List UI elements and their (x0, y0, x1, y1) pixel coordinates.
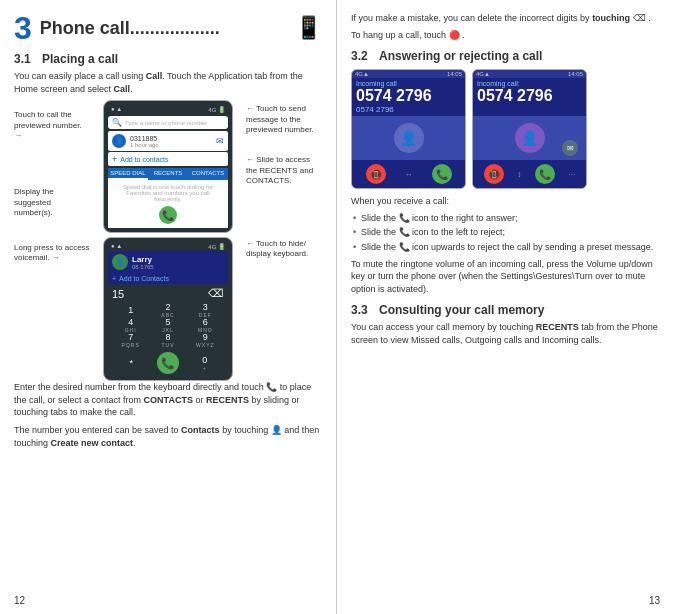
chapter-phone-icon: 📱 (295, 15, 322, 41)
section-3-3-text: You can access your call memory by touch… (351, 321, 660, 346)
right-annotations: ← Touch to send message to the previewed… (242, 100, 322, 381)
message-icon-inline: 📞 (399, 242, 410, 252)
reject-button-2[interactable]: 📵 (484, 164, 504, 184)
message-quick-btn[interactable]: ✉ (562, 140, 578, 156)
key-7[interactable]: 7PQRS (118, 333, 144, 347)
slide-hint-2: ↕ (517, 170, 521, 179)
contact-avatar-1: 👤 (112, 134, 126, 148)
inc-status-left-2: 4G▲ (476, 71, 490, 77)
key-8[interactable]: 8TUV (155, 333, 181, 347)
key-4[interactable]: 4GHI (118, 318, 144, 332)
bottom-text-2: The number you entered can be saved to C… (14, 424, 322, 449)
keypad-add-row[interactable]: + Add to Contacts (108, 273, 228, 284)
call-button-2[interactable]: 📞 (157, 352, 179, 374)
inc-status-right-1: 14:05 (447, 71, 462, 77)
keypad-row-2: 4GHI 5JKL 6MNO (112, 318, 224, 332)
incoming-label-2: Incoming call: (473, 78, 586, 87)
keypad-bottom-row: * 📞 0+ (108, 350, 228, 376)
speed-dial-area: Speed dial is one touch dialing for Favo… (108, 180, 228, 228)
ann-voicemail: Long press to access voicemail. → (14, 243, 90, 264)
contact-row-1[interactable]: 👤 0311885 1 hour ago ✉ (108, 131, 228, 151)
chapter-number: 3 (14, 12, 32, 44)
bullet-2: Slide the 📞 icon to the left to reject; (351, 226, 660, 239)
incoming-call-screens: 4G▲ 14:05 Incoming call 0574 2796 0574 2… (351, 69, 660, 189)
search-icon-small: 🔍 (112, 118, 122, 127)
status-bar-1: ● ▲ 4G 🔋 (108, 105, 228, 114)
phone-screenshot-2: ● ▲ 4G 🔋 👤 Larry 08 1765 + Add to Contac… (103, 237, 233, 381)
contact-time-1: 1 hour ago (130, 142, 216, 148)
hang-up-icon: 🔴 (449, 30, 460, 40)
bullet-list: Slide the 📞 icon to the right to answer;… (351, 212, 660, 254)
tabs-row-1: SPEED DIAL RECENTS CONTACTS (108, 168, 228, 180)
incoming-phone-2: 4G▲ 14:05 Incoming call: 0574 2796 👤 ✉ 📵… (472, 69, 587, 189)
keypad-contact-name: Larry 08 1765 (132, 255, 154, 270)
key-5[interactable]: 5JKL (155, 318, 181, 332)
status-right-2: 4G 🔋 (208, 243, 225, 250)
keypad-name-row: 👤 Larry 08 1765 (108, 251, 228, 273)
chapter-header: 3 Phone call.................. 📱 (14, 12, 322, 44)
backspace-note-icon: ⌫ (633, 13, 646, 23)
slide-hint-1: ↔ (405, 170, 413, 179)
incoming-status-2: 4G▲ 14:05 (473, 70, 586, 78)
status-bar-2: ● ▲ 4G 🔋 (108, 242, 228, 251)
bullet-3: Slide the 📞 icon upwards to reject the c… (351, 241, 660, 254)
add-contacts-row-1[interactable]: + Add to contacts (108, 152, 228, 166)
incoming-photo-2: 👤 ✉ (473, 116, 586, 160)
bottom-text: Enter the desired number from the keyboa… (14, 381, 322, 419)
inc-status-left-1: 4G▲ (355, 71, 369, 77)
ann-display-suggested: Display the suggested number(s). (14, 187, 90, 218)
key-2[interactable]: 2ABC (155, 303, 181, 317)
ann-hide-keyboard: ← Touch to hide/ display keyboard. (246, 239, 322, 260)
answer-icon-inline: 📞 (399, 213, 410, 223)
chapter-title: Phone call.................. (40, 18, 295, 39)
key-3[interactable]: 3DEF (192, 303, 218, 317)
add-icon-2: + (112, 275, 116, 282)
phone-screenshot-1: ● ▲ 4G 🔋 🔍 Type a name or phone number 👤… (103, 100, 233, 233)
keypad-avatar: 👤 (112, 254, 128, 270)
key-hash[interactable]: 0+ (192, 356, 218, 370)
phone-screenshots: ● ▲ 4G 🔋 🔍 Type a name or phone number 👤… (94, 100, 242, 381)
reject-button-1[interactable]: 📵 (366, 164, 386, 184)
status-left-1: ● ▲ (111, 106, 122, 113)
arrow-3: ← (246, 155, 254, 165)
key-1[interactable]: 1 (118, 303, 144, 317)
key-6[interactable]: 6MNO (192, 318, 218, 332)
arrow-1: → (14, 131, 22, 141)
call-button-1[interactable]: 📞 (159, 206, 177, 224)
incoming-photo-1: 👤 (352, 116, 465, 160)
top-note: If you make a mistake, you can delete th… (351, 12, 660, 25)
incoming-status-1: 4G▲ 14:05 (352, 70, 465, 78)
section-3-1-heading: 3.1 Placing a call (14, 52, 322, 66)
key-star[interactable]: * (118, 356, 144, 370)
answer-button-2[interactable]: 📞 (535, 164, 555, 184)
section-3-3-heading: 3.3 Consulting your call memory (351, 303, 660, 317)
add-icon-1: + (112, 154, 117, 164)
arrow-2: ← (246, 104, 254, 114)
incoming-avatar-1: 👤 (394, 123, 424, 153)
incoming-number-small-2 (473, 105, 586, 116)
page-number-right: 13 (649, 595, 660, 606)
tab-contacts[interactable]: CONTACTS (188, 168, 228, 180)
incoming-btn-row-1: 📵 ↔ 📞 (352, 160, 465, 188)
backspace-icon[interactable]: ⌫ (208, 287, 224, 300)
status-right-1: 4G 🔋 (208, 106, 225, 113)
section-3-1-text: You can easily place a call using Call. … (14, 70, 322, 95)
answer-button-1[interactable]: 📞 (432, 164, 452, 184)
slide-hint-3: ··· (569, 170, 576, 179)
inc-status-right-2: 14:05 (568, 71, 583, 77)
search-bar-1[interactable]: 🔍 Type a name or phone number (108, 116, 228, 129)
hang-up-note: To hang up a call, touch 🔴 . (351, 29, 660, 42)
tab-speed-dial[interactable]: SPEED DIAL (108, 168, 148, 180)
message-icon[interactable]: ✉ (216, 136, 224, 146)
tab-recents[interactable]: RECENTS (148, 168, 188, 180)
status-left-2: ● ▲ (111, 243, 122, 250)
left-annotations: Touch to call the previewed number. → Di… (14, 100, 94, 381)
phone-annotation-area: Touch to call the previewed number. → Di… (14, 100, 322, 381)
mute-text: To mute the ringtone volume of an incomi… (351, 258, 660, 296)
keypad-row-3: 7PQRS 8TUV 9WXYZ (112, 333, 224, 347)
incoming-avatar-2: 👤 (515, 123, 545, 153)
keypad-number-display: 15 ⌫ (108, 285, 228, 300)
right-page: If you make a mistake, you can delete th… (337, 0, 674, 614)
incoming-number-1: 0574 2796 (352, 87, 465, 105)
key-9[interactable]: 9WXYZ (192, 333, 218, 347)
